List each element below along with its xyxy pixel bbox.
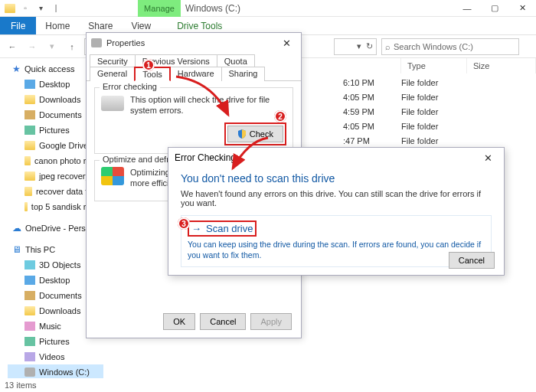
recent-chevron-icon[interactable]: ▾ (44, 39, 60, 54)
error-checking-group: Error checking This option will check th… (94, 87, 293, 154)
videos-icon (25, 352, 35, 361)
pc-icon: 🖥 (12, 244, 21, 255)
pictures-icon (25, 337, 35, 346)
pictures-icon (25, 126, 35, 135)
annotation-marker-2: 2 (274, 110, 286, 122)
3d-icon (25, 260, 35, 270)
col-size[interactable]: Size (467, 58, 536, 74)
error-checking-message: We haven't found any errors on this driv… (181, 189, 492, 207)
tab-sharing[interactable]: Sharing (221, 67, 266, 81)
error-checking-footer: Cancel (449, 252, 495, 269)
tab-home[interactable]: Home (36, 17, 79, 34)
window-controls: ― ▢ ✕ (453, 0, 536, 17)
drive-icon (25, 368, 35, 377)
group-title: Error checking (100, 82, 160, 91)
properties-titlebar[interactable]: Properties ✕ (87, 33, 301, 53)
search-icon: ⌕ (385, 42, 391, 51)
error-checking-title: Error Checking (175, 152, 236, 163)
quick-access-toolbar: ▫ ▾ | (3, 2, 63, 15)
close-icon[interactable]: ✕ (478, 152, 498, 164)
window-titlebar: ▫ ▾ | Manage Windows (C:) ― ▢ ✕ (0, 0, 536, 17)
list-item[interactable]: 4:05 PMFile folder (343, 90, 536, 104)
drive-check-icon (101, 96, 124, 111)
check-highlight: Check (224, 122, 286, 145)
ok-button[interactable]: OK (163, 313, 195, 330)
star-icon: ★ (12, 64, 21, 74)
col-date[interactable] (343, 58, 401, 74)
folder-icon (25, 156, 31, 165)
qat-chevron-icon[interactable]: ▾ (34, 2, 47, 15)
contextual-tab-manage[interactable]: Manage (138, 0, 181, 17)
music-icon (25, 322, 35, 331)
cancel-button[interactable]: Cancel (449, 252, 495, 269)
list-item[interactable]: 6:10 PMFile folder (343, 75, 536, 90)
maximize-button[interactable]: ▢ (481, 0, 508, 17)
check-button[interactable]: Check (227, 126, 283, 142)
window-title: Windows (C:) (185, 3, 240, 14)
scan-description: You can keep using the drive during the … (188, 240, 485, 260)
list-item[interactable]: :47 PMFile folder (343, 133, 536, 148)
cancel-button[interactable]: Cancel (200, 313, 246, 330)
props-icon[interactable]: ▫ (18, 2, 32, 15)
desktop-icon (25, 80, 35, 89)
tab-quota[interactable]: Quota (217, 54, 255, 67)
folder-icon (25, 187, 32, 196)
folder-icon (25, 202, 28, 211)
drive-icon (91, 38, 102, 47)
folder-icon (25, 95, 35, 104)
error-checking-dialog: Error Checking ✕ You don't need to scan … (168, 147, 505, 276)
annotation-marker-3: 3 (178, 217, 190, 230)
apply-button[interactable]: Apply (250, 313, 292, 330)
scan-drive-link[interactable]: → Scan drive (191, 223, 253, 234)
shield-icon (237, 129, 247, 139)
close-button[interactable]: ✕ (508, 0, 536, 17)
error-checking-titlebar[interactable]: Error Checking ✕ (168, 148, 504, 168)
scan-option[interactable]: → Scan drive You can keep using the driv… (181, 215, 492, 267)
search-placeholder: Search Windows (C:) (394, 42, 473, 51)
list-item[interactable]: 4:59 PMFile folder (343, 104, 536, 119)
up-button[interactable]: ↑ (64, 39, 80, 54)
qat-divider: | (49, 2, 63, 15)
back-button[interactable]: ← (5, 39, 20, 54)
close-icon[interactable]: ✕ (276, 38, 296, 49)
desktop-icon (25, 276, 35, 285)
folder-icon (25, 306, 35, 315)
folder-icon (3, 2, 17, 15)
onedrive-icon: ☁ (12, 223, 21, 234)
tab-general[interactable]: General (90, 67, 135, 81)
tab-security[interactable]: Security (90, 54, 136, 67)
defrag-icon (101, 167, 124, 185)
tree-videos[interactable]: Videos (8, 349, 103, 364)
forward-button[interactable]: → (25, 39, 40, 54)
properties-title: Properties (106, 38, 145, 47)
tab-hardware[interactable]: Hardware (170, 67, 222, 81)
scan-highlight: → Scan drive (188, 220, 257, 237)
search-input[interactable]: ⌕ Search Windows (C:) (381, 38, 519, 55)
error-checking-heading: You don't need to scan this drive (181, 172, 492, 185)
list-item[interactable]: 4:05 PMFile folder (343, 119, 536, 133)
error-checking-text: This option will check the drive for fil… (130, 94, 286, 116)
address-bar-right[interactable]: ▾ ↻ (334, 38, 377, 55)
minimize-button[interactable]: ― (453, 0, 481, 17)
folder-icon (25, 141, 35, 150)
properties-tabs: Security Previous Versions Quota General… (87, 53, 301, 81)
folder-icon (25, 172, 35, 181)
col-type[interactable]: Type (401, 58, 467, 74)
arrow-right-icon: → (191, 223, 201, 234)
list-header[interactable]: Type Size (343, 58, 536, 74)
status-bar: 13 items (0, 378, 37, 392)
documents-icon (25, 291, 35, 300)
tab-file[interactable]: File (0, 17, 36, 34)
properties-footer: OK Cancel Apply (163, 313, 292, 330)
documents-icon (25, 110, 35, 119)
tree-windows-c[interactable]: Windows (C:) (8, 364, 103, 378)
annotation-marker-1: 1 (142, 59, 155, 71)
